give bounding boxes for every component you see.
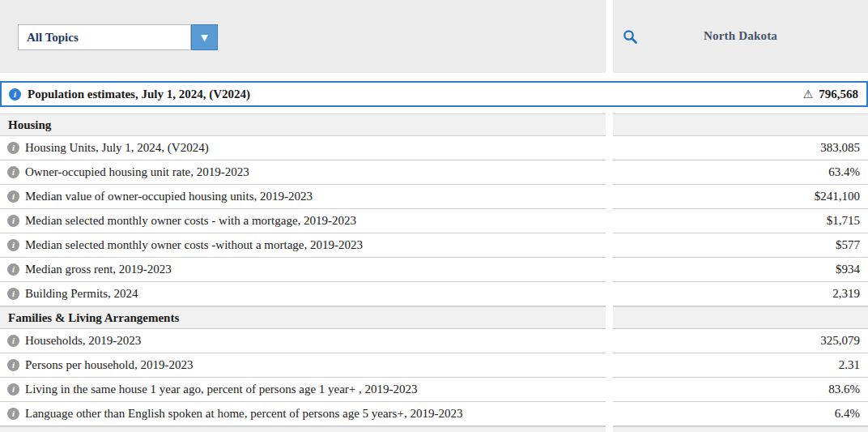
row-value: $241,100 [613, 185, 868, 209]
table-row: i Owner-occupied housing unit rate, 2019… [0, 160, 868, 185]
column-gutter [606, 160, 613, 185]
column-gutter [606, 0, 613, 73]
info-icon[interactable]: i [7, 166, 19, 178]
info-icon[interactable]: i [9, 88, 21, 101]
table-row: i Median selected monthly owner costs -w… [0, 233, 868, 258]
row-value: 63.4% [613, 160, 868, 185]
row-value: $934 [613, 258, 868, 282]
topics-dropdown[interactable]: All Topics ▼ [18, 24, 218, 50]
column-gutter [606, 329, 613, 353]
section-header-value-cell [613, 113, 868, 136]
row-value: 2.31 [613, 353, 868, 378]
column-gutter [606, 282, 613, 306]
row-label: Language other than English spoken at ho… [25, 407, 462, 421]
row-label: Median value of owner-occupied housing u… [25, 190, 313, 203]
column-gutter [606, 378, 613, 402]
table-row: i Persons per household, 2019-2023 2.31 [0, 353, 868, 378]
row-label: Median selected monthly owner costs - wi… [25, 214, 356, 228]
dropdown-button[interactable]: ▼ [191, 24, 218, 50]
column-gutter [606, 113, 613, 136]
info-icon[interactable]: i [7, 359, 19, 371]
section-header-partial [0, 426, 868, 432]
column-gutter [606, 306, 613, 329]
info-icon[interactable]: i [7, 215, 19, 227]
info-icon[interactable]: i [7, 263, 19, 276]
toolbar: All Topics ▼ North Dakota [0, 0, 868, 73]
row-value: $577 [613, 233, 868, 258]
row-value: 2,319 [613, 282, 868, 306]
toolbar-right-panel: North Dakota [613, 0, 868, 73]
section-title: Housing [0, 113, 606, 136]
section-title: Families & Living Arrangements [0, 306, 606, 329]
section-header-families: Families & Living Arrangements [0, 306, 868, 329]
row-label: Building Permits, 2024 [25, 287, 138, 301]
row-label: Population estimates, July 1, 2024, (V20… [28, 88, 250, 101]
table-row: i Households, 2019-2023 325,079 [0, 329, 868, 353]
column-gutter [606, 258, 613, 282]
row-label: Median selected monthly owner costs -wit… [25, 238, 363, 252]
geo-column-header: North Dakota [613, 29, 868, 43]
quickfacts-table: Housing i Housing Units, July 1, 2024, (… [0, 113, 868, 432]
table-row: i Language other than English spoken at … [0, 402, 868, 426]
column-gutter [606, 353, 613, 378]
row-label: Persons per household, 2019-2023 [25, 358, 193, 372]
column-gutter [606, 233, 613, 258]
row-label: Living in the same house 1 year ago, per… [25, 383, 418, 396]
table-row: i Housing Units, July 1, 2024, (V2024) 3… [0, 136, 868, 160]
column-gutter [606, 136, 613, 160]
section-header-value-cell [613, 306, 868, 329]
row-value: $1,715 [613, 209, 868, 233]
info-icon[interactable]: i [7, 335, 19, 347]
column-gutter [606, 402, 613, 426]
section-header-partial-cell [0, 426, 606, 432]
table-row: i Median selected monthly owner costs - … [0, 209, 868, 233]
table-row: i Living in the same house 1 year ago, p… [0, 378, 868, 402]
column-gutter [606, 185, 613, 209]
info-icon[interactable]: i [7, 142, 19, 154]
info-icon[interactable]: i [7, 190, 19, 203]
section-header-partial-cell [613, 426, 868, 432]
column-gutter [606, 209, 613, 233]
toolbar-left-panel: All Topics ▼ [0, 0, 606, 73]
column-gutter [606, 426, 613, 432]
flag-warning-icon[interactable]: ⚠ [803, 88, 814, 100]
info-icon[interactable]: i [7, 408, 19, 420]
table-row: i Median value of owner-occupied housing… [0, 185, 868, 209]
row-value: 83.6% [613, 378, 868, 402]
table-row: i Median gross rent, 2019-2023 $934 [0, 258, 868, 282]
table-row: i Building Permits, 2024 2,319 [0, 282, 868, 306]
row-value: 6.4% [613, 402, 868, 426]
population-estimate-row[interactable]: i Population estimates, July 1, 2024, (V… [0, 81, 868, 107]
row-label: Median gross rent, 2019-2023 [25, 263, 172, 276]
info-icon[interactable]: i [7, 288, 19, 300]
chevron-down-icon: ▼ [201, 32, 207, 43]
row-value: 383,085 [613, 136, 868, 160]
row-value: 325,079 [613, 329, 868, 353]
row-label: Owner-occupied housing unit rate, 2019-2… [25, 165, 249, 179]
section-header-housing: Housing [0, 113, 868, 136]
row-value: 796,568 [819, 88, 858, 101]
info-icon[interactable]: i [7, 239, 19, 251]
row-label: Housing Units, July 1, 2024, (V2024) [25, 141, 209, 155]
info-icon[interactable]: i [7, 383, 19, 396]
topics-dropdown-value[interactable]: All Topics [18, 24, 191, 50]
row-label: Households, 2019-2023 [25, 334, 141, 348]
